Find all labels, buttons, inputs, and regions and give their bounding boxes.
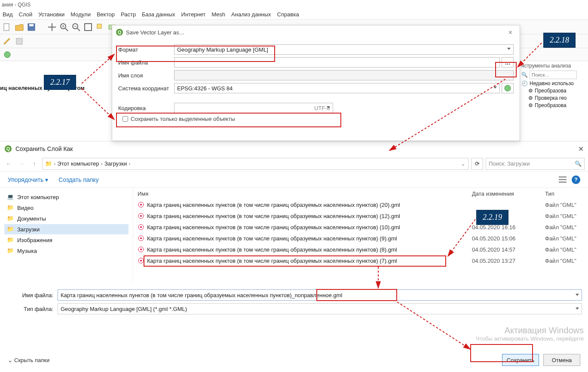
filename-label: Имя файла [118,59,174,66]
filetype-field[interactable]: Geography Markup Language [GML] (*.gml *… [58,303,582,314]
svg-rect-10 [85,24,92,31]
browse-button[interactable]: … [502,57,514,68]
menu-processing[interactable]: Анализ данных [231,11,271,18]
table-row[interactable]: Карта границ населенных пунктов (в том ч… [133,244,588,255]
menu-view[interactable]: Вид [3,11,13,18]
windows-activation-watermark: Активация Windows Чтобы активировать Win… [476,326,584,342]
breadcrumb[interactable]: 📁 › Этот компьютер › Загрузки › ⌄ [42,158,469,170]
sidebar-item-documents[interactable]: 📁Документы [4,213,129,224]
edit-save-icon[interactable] [15,37,24,46]
sidebar-item-pictures[interactable]: 📁Изображения [4,235,129,245]
svg-point-37 [140,237,142,239]
recent-item[interactable]: Недавно использо [530,80,574,86]
add-vector-icon[interactable] [3,50,12,59]
checkbox-label: Сохранить только выделенные объекты [131,116,235,122]
selected-only-checkbox[interactable]: Сохранить только выделенные объекты [122,116,514,122]
menu-web[interactable]: Интернет [181,11,206,18]
sf-titlebar: Q Сохранить Слой Как ✕ [0,141,588,156]
table-row[interactable]: Карта границ населенных пунктов (в том ч… [133,221,588,233]
gml-file-icon [138,257,144,264]
sidebar-item-videos[interactable]: 📁Видео [4,203,129,213]
sf-main: 💻Этот компьютер 📁Видео 📁Документы 📁Загру… [0,188,588,283]
new-folder-button[interactable]: Создать папку [58,176,98,183]
sf-title-text: Сохранить Слой Как [15,145,73,152]
svl-titlebar: Q Save Vector Layer as… ✕ [112,25,520,39]
zoom-in-icon[interactable] [59,22,69,32]
app-titlebar: ания - QGIS [0,0,588,9]
filename-field[interactable]: Карта границ населенных пунктов (в том ч… [58,289,582,301]
new-project-icon[interactable] [3,22,12,32]
chevron-down-icon[interactable]: ⌄ [461,160,466,167]
up-icon[interactable]: ↑ [29,159,40,169]
sidebar-item-downloads[interactable]: 📁Загрузки [4,224,129,234]
menu-plugins[interactable]: Модули [70,11,91,18]
save-icon[interactable] [27,22,36,32]
tool-item-3[interactable]: Преобразова [535,102,567,108]
crumb-2[interactable]: Загрузки [104,160,127,167]
menu-mesh[interactable]: Mesh [211,11,225,18]
explorer-search-input[interactable]: Поиск: Загрузки 🔍 [486,158,585,170]
menu-settings[interactable]: Установки [38,11,64,18]
filename-input[interactable] [174,57,500,68]
save-button[interactable]: Сохранить [502,354,539,366]
crs-combo[interactable]: EPSG:4326 - WGS 84 [174,83,500,93]
sidebar-item-pc[interactable]: 💻Этот компьютер [4,192,129,202]
zoom-out-icon[interactable] [71,22,81,32]
col-date[interactable]: Дата изменения [472,191,545,197]
pan-icon[interactable] [47,22,57,32]
clock-icon: 🕘 [521,80,528,86]
organize-button[interactable]: Упорядочить ▾ [8,176,48,183]
search-icon: 🔍 [521,72,528,78]
view-mode-icon[interactable] [558,175,567,184]
menu-raster[interactable]: Растр [121,11,136,18]
pencil-icon[interactable] [3,37,12,46]
chevron-down-icon: ▾ [45,176,48,183]
menu-help[interactable]: Справка [277,11,299,18]
refresh-button[interactable]: ⟳ [471,158,483,170]
layername-input[interactable] [174,70,514,80]
encoding-combo[interactable]: UTF-8 [174,103,333,113]
folder-icon: 📁 [7,247,14,254]
table-row[interactable]: Карта границ населенных пунктов (в том ч… [133,255,588,266]
table-row[interactable]: Карта границ населенных пунктов (в том ч… [133,210,588,221]
sf-bottom: Имя файла: Карта границ населенных пункт… [0,283,588,321]
folder-icon: 📁 [7,226,14,233]
tool-item-1[interactable]: Преобразова [535,88,567,94]
hide-folders-button[interactable]: ⌄ Скрыть папки [8,357,49,363]
format-label: Формат [118,46,174,53]
qgis-icon: Q [4,145,12,153]
crumb-1[interactable]: Этот компьютер [57,160,99,167]
help-icon[interactable]: ? [572,175,580,184]
close-icon[interactable]: ✕ [504,28,516,37]
zoom-selection-icon[interactable] [95,22,105,32]
table-row[interactable]: Карта границ населенных пунктов (в том ч… [133,199,588,210]
gml-file-icon [138,224,144,231]
sidebar-item-music[interactable]: 📁Музыка [4,246,129,256]
gml-file-icon [138,235,144,242]
callout-2.2.19: 2.2.19 [476,210,508,225]
menu-vector[interactable]: Вектор [97,11,115,18]
svg-rect-2 [29,24,34,26]
open-icon[interactable] [15,22,24,32]
save-vector-layer-dialog: Q Save Vector Layer as… ✕ Формат Geograp… [112,25,520,141]
folder-icon: 📁 [7,215,14,222]
checkbox-icon[interactable] [122,116,128,122]
table-row[interactable]: Карта границ населенных пунктов (в том ч… [133,233,588,244]
gear-icon: ⚙ [528,88,533,94]
close-icon[interactable]: ✕ [578,145,584,153]
menu-layer[interactable]: Слой [19,11,33,18]
svg-text:Q: Q [118,30,122,35]
col-name[interactable]: Имя [138,191,472,197]
crs-picker-button[interactable] [502,83,514,93]
col-type[interactable]: Тип [545,191,588,197]
menu-database[interactable]: База данных [142,11,175,18]
forward-icon[interactable]: → [16,159,27,169]
back-icon[interactable]: ← [3,159,14,169]
processing-search-input[interactable] [530,71,577,79]
gml-file-icon [138,201,144,208]
zoom-full-icon[interactable] [83,22,93,32]
tool-item-2[interactable]: Проверка гео [535,95,567,101]
cancel-button[interactable]: Отмена [543,354,580,366]
gml-file-icon [138,212,144,219]
format-combo[interactable]: Geography Markup Language [GML] [174,44,514,55]
